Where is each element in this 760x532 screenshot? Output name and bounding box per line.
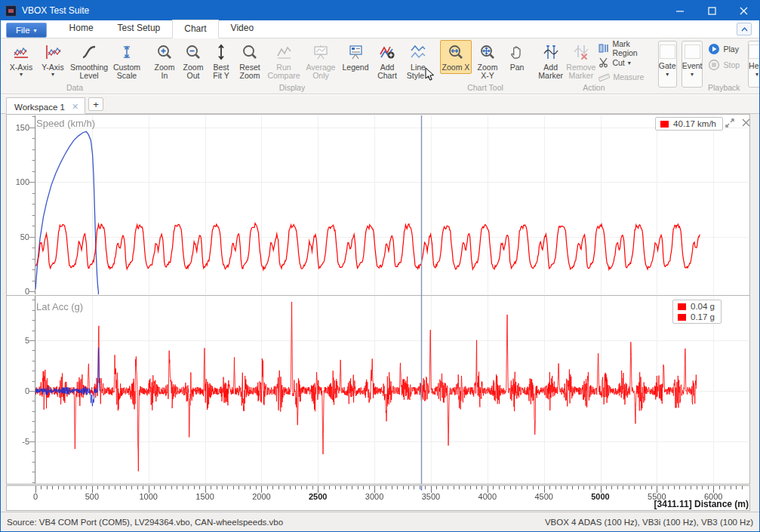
legend-swatch [678,303,686,310]
play-icon [708,43,720,55]
y-axis-button[interactable]: Y-Axis▾ [37,40,69,79]
run-compare-icon [275,42,293,62]
stop-button[interactable]: Stop [706,58,741,72]
workspace-tab[interactable]: Workspace 1 ✕ [6,97,85,114]
x-tick-label: 0 [19,492,52,501]
y-axis-icon [44,42,62,62]
add-chart-button[interactable]: Add Chart [372,40,402,82]
smoothing-level-button[interactable]: Smoothing Level [69,40,109,82]
x-tick-label: 4000 [471,492,504,501]
zoom-out-button[interactable]: Zoom Out [179,40,208,82]
dropdown-arrow-icon: ▾ [34,28,37,33]
x-tick-label: 1500 [189,492,222,501]
custom-scale-icon [118,42,136,62]
tab-chart[interactable]: Chart [172,20,218,38]
x-tick-label: 500 [75,492,109,501]
smoothing-level-icon [80,42,98,62]
ribbon-collapse-button[interactable] [737,23,752,35]
run-compare-button[interactable]: Run Compare [265,40,303,82]
add-workspace-button[interactable]: + [88,97,103,111]
dropdown-arrow-icon: ▾ [666,72,669,77]
x-tick-label: 2000 [245,492,278,501]
cut-button[interactable]: Cut ▾ [597,56,651,69]
legend-speed: 40.17 km/h [655,117,723,131]
tab-video[interactable]: Video [219,19,266,38]
zoom-in-icon [155,42,174,62]
best-fit-y-button[interactable]: Best Fit Y [208,40,235,82]
average-only-button[interactable]: Average Only [303,40,339,82]
line-style-icon [409,42,427,62]
event-button[interactable]: Event ▾ [682,41,703,88]
zoom-xy-icon [478,42,497,62]
chart-title-speed: Speed (km/h) [36,118,95,129]
mark-region-button[interactable]: Mark Region [597,42,651,55]
app-icon [5,5,17,17]
mark-region-icon [598,43,609,54]
close-button[interactable] [728,1,759,20]
play-button[interactable]: Play [706,42,741,56]
x-tick-label: 5000 [584,492,617,501]
help-icon [749,45,760,59]
remove-marker-button[interactable]: Remove Marker [565,40,597,82]
remove-marker-icon [572,42,590,62]
title-bar: VBOX Test Suite [1,1,759,20]
zoom-in-button[interactable]: Zoom In [150,40,179,82]
zoom-x-button[interactable]: Zoom X [440,40,472,74]
x-tick-label: 3000 [358,492,391,501]
group-label-action: Action [537,83,651,93]
x-tick-label: 4500 [528,492,561,501]
tab-home[interactable]: Home [57,19,106,38]
y-tick-label: 100 [10,177,29,186]
maximize-button[interactable] [696,1,728,20]
stop-icon [708,59,720,71]
chart-canvas[interactable] [6,114,750,512]
ribbon-group-action: Add Marker Remove Marker Mark Region Cut… [535,40,653,94]
tab-test-setup[interactable]: Test Setup [106,19,173,38]
ribbon-group-data: X-Axis▾ Y-Axis▾ Smoothing Level Custom S… [4,40,146,94]
x-axis-button[interactable]: X-Axis▾ [5,40,37,79]
file-menu-button[interactable]: File▾ [6,23,47,38]
x-tick-label: 2500 [301,492,334,501]
ribbon-tab-strip: File▾ Home Test Setup Chart Video [1,20,759,38]
workspace-close-icon[interactable]: ✕ [72,102,78,112]
ribbon-group-playback: Play Stop Playback [705,40,743,94]
x-axis-icon [12,42,30,62]
ribbon-group-display: Zoom In Zoom Out Best Fit Y Reset Zoom R… [149,40,435,94]
ribbon-group-chart-tool: Zoom X Zoom X-Y Pan Chart Tool [438,40,532,94]
window-title: VBOX Test Suite [22,5,89,16]
expand-chart-icon[interactable] [725,118,734,128]
measure-button[interactable]: Measure [597,70,651,84]
minimize-button[interactable] [664,1,696,20]
y-tick-label: -5 [10,437,29,446]
gate-button[interactable]: Gate ▾ [658,41,677,88]
best-fit-y-icon [212,42,230,62]
y-tick-label: 0 [10,386,29,395]
legend-icon [346,42,365,62]
status-source: Source: VB4 COM Port (COM5), LV294364.vb… [7,518,283,527]
custom-scale-button[interactable]: Custom Scale [109,40,144,82]
status-bar: Source: VB4 COM Port (COM5), LV294364.vb… [1,512,759,532]
cut-scissors-icon [598,57,609,68]
ribbon: X-Axis▾ Y-Axis▾ Smoothing Level Custom S… [1,38,759,94]
close-chart-icon[interactable] [742,118,750,128]
reset-zoom-button[interactable]: Reset Zoom [235,40,265,82]
dropdown-arrow-icon: ▾ [51,72,54,77]
legend-swatch [660,121,669,128]
zoom-xy-button[interactable]: Zoom X-Y [472,40,503,82]
gate-icon [660,45,675,59]
help-button[interactable]: Help ▾ [748,41,760,88]
pan-hand-icon [508,42,526,62]
y-tick-label: 150 [10,123,29,132]
add-chart-icon [378,42,396,62]
y-tick-label: 0 [10,287,29,296]
legend-button[interactable]: Legend [339,40,372,74]
zoom-out-icon [184,42,202,62]
group-label-playback: Playback [706,83,741,93]
pan-button[interactable]: Pan [503,40,531,74]
zoom-x-icon [447,42,465,62]
x-tick-label: 5500 [640,492,673,501]
dropdown-arrow-icon: ▾ [20,72,23,77]
group-label-data: Data [5,83,144,93]
add-marker-button[interactable]: Add Marker [537,40,565,82]
workspace-tab-strip: Workspace 1 ✕ + [1,95,759,114]
